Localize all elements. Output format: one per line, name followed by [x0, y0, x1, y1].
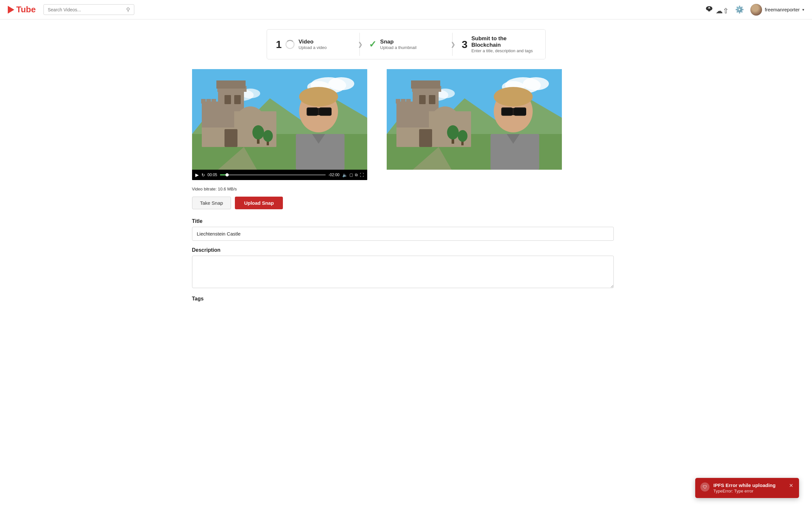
logo[interactable]: Tube [8, 4, 36, 15]
progress-fill [220, 174, 227, 175]
progress-bar[interactable] [220, 174, 326, 175]
action-buttons: Take Snap Upload Snap [192, 197, 620, 209]
thumbnail-scene-svg [387, 69, 562, 170]
logo-text: Tube [16, 4, 36, 15]
svg-rect-60 [419, 95, 426, 104]
search-icon[interactable]: ⚲ [126, 6, 130, 13]
step-3-title: Submit to the Blockchain [471, 35, 536, 48]
video-placeholder [192, 69, 367, 170]
step-2: ✓ Snap Upload a thumbnail [360, 33, 453, 56]
video-scene-svg [192, 69, 367, 170]
video-panels: ▶ ↻ 00:05 -02:00 🔈 ▢ ⧉ ⛶ [192, 69, 620, 180]
title-label: Title [192, 218, 620, 224]
svg-rect-1 [708, 9, 710, 11]
settings-icon[interactable]: ⚙️ [735, 5, 744, 14]
svg-rect-53 [411, 81, 440, 89]
svg-rect-57 [406, 99, 411, 104]
take-snap-button[interactable]: Take Snap [192, 197, 231, 209]
svg-rect-25 [234, 95, 241, 104]
svg-point-41 [523, 77, 549, 90]
svg-rect-71 [514, 107, 526, 116]
step-1-title: Video [298, 38, 327, 45]
search-box: ⚲ [44, 4, 134, 15]
thumbnail-image [387, 69, 562, 170]
play-button[interactable]: ▶ [195, 172, 199, 177]
svg-rect-19 [201, 99, 206, 104]
title-form-group: Title [192, 218, 620, 241]
step-2-subtitle: Upload a thumbnail [380, 45, 416, 50]
title-input[interactable] [192, 227, 614, 241]
remaining-time: -02:00 [328, 173, 339, 177]
svg-rect-26 [225, 129, 237, 147]
avatar-image [750, 4, 762, 16]
tags-form-group: Tags [192, 296, 620, 302]
current-time: 00:05 [208, 173, 218, 177]
steps-wrapper: 1 Video Upload a video ✓ Snap Upload a t… [267, 29, 546, 59]
fullscreen-icon[interactable]: ⛶ [360, 173, 364, 177]
step-1-text: Video Upload a video [298, 38, 327, 50]
svg-rect-70 [501, 107, 513, 116]
step-2-text: Snap Upload a thumbnail [380, 38, 416, 50]
svg-point-29 [252, 125, 264, 140]
step-2-check-icon: ✓ [369, 39, 376, 50]
bitrate-label: Video bitrate: 10.6 MB/s [192, 187, 237, 192]
video-controls: ▶ ↻ 00:05 -02:00 🔈 ▢ ⧉ ⛶ [192, 170, 367, 180]
header-right: ☁⇧ ⚙️ freemanreporter ▾ [705, 4, 804, 16]
avatar [750, 4, 762, 16]
step-3-text: Submit to the Blockchain Enter a title, … [471, 35, 536, 53]
logo-play-icon [8, 6, 14, 13]
video-panel: ▶ ↻ 00:05 -02:00 🔈 ▢ ⧉ ⛶ [192, 69, 367, 180]
steps-container: 1 Video Upload a video ✓ Snap Upload a t… [260, 29, 552, 59]
svg-rect-24 [225, 95, 231, 104]
step-1-spinner-icon [286, 40, 295, 49]
svg-point-74 [494, 87, 533, 107]
description-input[interactable] [192, 256, 614, 288]
volume-icon[interactable]: 🔈 [342, 173, 347, 177]
step-3: 3 Submit to the Blockchain Enter a title… [453, 30, 545, 59]
step-1-number: 1 [276, 39, 282, 50]
svg-point-38 [299, 87, 338, 107]
user-dropdown-arrow: ▾ [802, 7, 804, 12]
tags-label: Tags [192, 296, 620, 302]
step-3-subtitle: Enter a title, description and tags [471, 48, 536, 53]
main-content: ▶ ↻ 00:05 -02:00 🔈 ▢ ⧉ ⛶ [179, 66, 633, 321]
pip-icon[interactable]: ⧉ [355, 173, 358, 177]
svg-point-5 [328, 77, 354, 90]
svg-rect-62 [419, 129, 432, 147]
replay-button[interactable]: ↻ [201, 173, 205, 177]
svg-point-65 [447, 125, 459, 140]
video-wrapper: ▶ ↻ 00:05 -02:00 🔈 ▢ ⧉ ⛶ [192, 69, 367, 180]
svg-rect-56 [401, 99, 406, 104]
svg-rect-17 [216, 81, 245, 89]
bitrate-info: Video bitrate: 10.6 MB/s [192, 187, 620, 192]
svg-rect-61 [429, 95, 435, 104]
upload-snap-button[interactable]: Upload Snap [235, 197, 283, 209]
svg-rect-35 [319, 107, 331, 116]
subtitles-icon[interactable]: ▢ [349, 173, 353, 177]
svg-rect-55 [396, 99, 400, 104]
video-ctrl-icons: 🔈 ▢ ⧉ ⛶ [342, 173, 364, 177]
svg-rect-54 [397, 102, 413, 127]
svg-point-31 [263, 130, 273, 142]
upload-icon[interactable]: ☁⇧ [705, 4, 729, 15]
description-form-group: Description [192, 247, 620, 289]
progress-handle [226, 173, 229, 176]
search-input[interactable] [48, 7, 126, 12]
step-1-subtitle: Upload a video [298, 45, 327, 50]
thumbnail-panel [387, 69, 562, 180]
svg-point-67 [458, 130, 467, 142]
svg-rect-21 [211, 99, 216, 104]
step-1: 1 Video Upload a video [267, 33, 360, 56]
username-label: freemanreporter [765, 7, 800, 12]
step-2-title: Snap [380, 38, 416, 45]
header: Tube ⚲ ☁⇧ ⚙️ freemanreporter ▾ [0, 0, 812, 20]
user-info[interactable]: freemanreporter ▾ [750, 4, 804, 16]
description-label: Description [192, 247, 620, 253]
step-3-number: 3 [462, 39, 467, 50]
svg-rect-20 [206, 99, 211, 104]
svg-rect-34 [307, 107, 318, 116]
svg-rect-18 [202, 102, 218, 127]
